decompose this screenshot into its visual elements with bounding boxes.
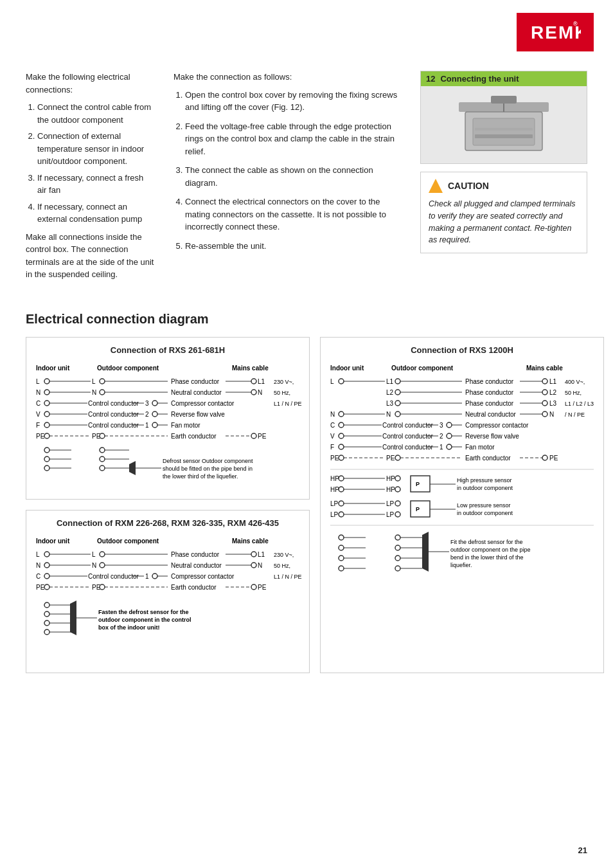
svg-text:Mains cable: Mains cable [526,365,563,372]
svg-rect-236 [411,476,430,492]
svg-point-76 [44,457,49,462]
svg-text:C: C [36,400,40,407]
svg-text:in outdoor component: in outdoor component [457,510,513,516]
svg-text:High pressure sensor: High pressure sensor [457,477,512,484]
svg-text:in outdoor component: in outdoor component [457,485,513,491]
svg-point-185 [542,411,547,417]
figure-title: Connecting the unit [440,74,519,84]
svg-point-78 [100,457,105,462]
page-number: 21 [578,845,587,855]
svg-text:Neutral conductor: Neutral conductor [465,411,517,418]
svg-text:PE: PE [36,584,45,591]
remko-logo: REMKO ® [517,13,594,51]
svg-point-169 [395,401,400,406]
svg-point-107 [100,563,105,568]
figure-12-box: 12 Connecting the unit [420,71,587,164]
svg-point-203 [447,433,452,439]
svg-text:L: L [92,378,96,385]
svg-point-235 [395,487,400,492]
svg-text:Earth conductor: Earth conductor [171,433,217,440]
svg-text:Earth conductor: Earth conductor [171,584,217,591]
figure-header: 12 Connecting the unit [421,71,587,86]
svg-point-219 [395,455,400,460]
svg-rect-251 [411,501,430,517]
svg-text:PE: PE [258,433,267,440]
diagrams-container: Connection of RXS 261-681H Indoor unit O… [26,337,587,673]
svg-text:L1: L1 [549,378,557,385]
svg-text:Compressor contactor: Compressor contactor [171,573,235,580]
electrical-section: Electrical connection diagram Connection… [26,312,587,673]
svg-point-40 [152,401,157,406]
svg-text:P: P [416,506,420,512]
svg-point-74 [100,448,105,453]
warning-triangle-icon [429,179,443,193]
caution-text: Check all plugged and clamped terminals … [429,198,579,246]
svg-text:L: L [330,378,334,385]
svg-text:L1: L1 [258,378,265,385]
svg-point-125 [44,584,49,590]
svg-text:Control conductor: Control conductor [382,444,434,451]
svg-point-198 [339,433,344,439]
svg-text:Fit the defrost sensor for the: Fit the defrost sensor for the [450,539,523,545]
svg-point-223 [542,455,547,460]
caution-box: CAUTION Check all plugged and clamped te… [420,172,587,253]
svg-text:bend in the lower third of the: bend in the lower third of the [450,554,524,561]
svg-point-212 [447,444,452,449]
svg-point-161 [395,390,400,395]
rxm226-wiring-svg: Indoor unit Outdoor component Mains cabl… [33,534,303,663]
list-item-2: Connection of external temperature senso… [37,130,154,168]
svg-text:Reverse flow valve: Reverse flow valve [171,411,225,418]
svg-point-132 [251,584,256,590]
left-list: Connect the control cable from the outdo… [26,101,154,226]
left-column: Make the following electrical connection… [26,71,154,286]
svg-text:LP: LP [330,511,339,518]
svg-point-230 [395,476,400,481]
svg-text:Outdoor component: Outdoor component [97,538,159,545]
svg-point-232 [339,487,344,492]
svg-text:Neutral conductor: Neutral conductor [171,389,222,396]
svg-text:Control conductor: Control conductor [382,422,434,429]
svg-text:N: N [92,562,96,569]
intro-section: Make the following electrical connection… [26,71,587,286]
svg-text:Indoor unit: Indoor unit [330,365,364,372]
svg-text:L2: L2 [386,389,394,396]
svg-point-35 [44,401,49,406]
svg-text:C: C [330,422,335,429]
svg-text:N: N [92,389,96,396]
diagram-rxm-226: Connection of RXM 226-268, RXM 326-335, … [26,510,310,673]
figure-image [421,86,587,163]
svg-rect-7 [491,96,517,104]
svg-point-267 [395,556,400,561]
svg-text:Phase conductor: Phase conductor [465,378,514,385]
svg-point-181 [395,411,400,417]
svg-text:Fan motor: Fan motor [171,422,200,429]
svg-text:F: F [330,444,334,451]
svg-rect-4 [473,118,535,145]
svg-text:Neutral conductor: Neutral conductor [171,562,222,569]
svg-point-259 [395,535,400,540]
logo-area: REMKO ® [517,13,594,51]
list-item-1: Connect the control cable from the outdo… [37,101,154,126]
svg-point-104 [44,563,49,568]
svg-point-263 [395,545,400,550]
rxm226-title: Connection of RXM 226-268, RXM 326-335, … [33,518,303,528]
center-steps-list: Open the control box cover by removing t… [173,89,401,253]
svg-point-257 [339,535,344,540]
svg-point-63 [44,433,49,439]
svg-point-111 [251,563,256,568]
left-footer-text: Make all connections inside the control … [26,231,154,281]
rxs261-wiring-svg: Indoor unit Outdoor component Mains cabl… [33,361,303,490]
svg-text:L1: L1 [258,551,265,558]
svg-text:HP: HP [386,486,395,493]
svg-text:2: 2 [145,411,149,418]
svg-text:L1 / N / PE: L1 / N / PE [274,574,302,580]
svg-point-140 [44,629,49,635]
svg-point-59 [152,422,157,428]
svg-point-70 [251,433,256,439]
svg-text:HP: HP [330,486,339,493]
svg-text:L1 / L2 / L3: L1 / L2 / L3 [565,401,594,407]
step-2: Feed the voltage-free cable through the … [185,120,401,158]
svg-point-194 [447,422,452,428]
svg-text:Reverse flow valve: Reverse flow valve [465,433,519,440]
svg-text:Fasten the defrost sensor for : Fasten the defrost sensor for the [98,609,189,615]
